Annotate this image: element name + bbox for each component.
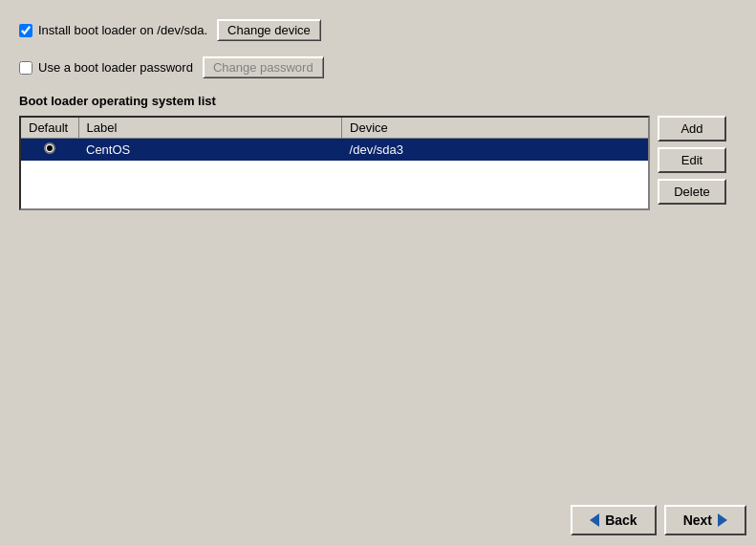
next-button[interactable]: Next (664, 505, 746, 535)
next-button-label: Next (683, 512, 712, 528)
table-row[interactable]: CentOS /dev/sda3 (21, 139, 648, 162)
table-wrapper: Default Label Device CentOS /dev/sda3 (19, 116, 737, 210)
change-password-button[interactable]: Change password (203, 56, 324, 78)
use-password-label: Use a boot loader password (38, 60, 193, 75)
col-header-default: Default (21, 118, 78, 139)
default-radio-indicator (44, 142, 55, 154)
back-button-label: Back (605, 512, 637, 528)
use-password-checkbox-label[interactable]: Use a boot loader password (19, 60, 193, 75)
col-header-label: Label (78, 118, 342, 139)
table-cell-default (21, 139, 78, 162)
install-bootloader-label: Install boot loader on /dev/sda. (38, 23, 207, 37)
back-button[interactable]: Back (571, 505, 656, 535)
table-cell-label: CentOS (78, 139, 342, 162)
add-button[interactable]: Add (658, 116, 726, 142)
table-action-buttons: Add Edit Delete (658, 116, 726, 205)
edit-button[interactable]: Edit (658, 147, 726, 173)
back-arrow-icon (590, 513, 599, 527)
bottom-navigation: Back Next (0, 495, 756, 545)
section-title: Boot loader operating system list (19, 94, 737, 108)
install-bootloader-checkbox[interactable] (19, 24, 32, 37)
col-header-device: Device (342, 118, 648, 139)
install-bootloader-checkbox-label[interactable]: Install boot loader on /dev/sda. (19, 23, 207, 37)
os-table: Default Label Device CentOS /dev/sda3 (19, 116, 650, 210)
use-password-checkbox[interactable] (19, 61, 32, 75)
change-device-button[interactable]: Change device (217, 19, 321, 41)
next-arrow-icon (718, 513, 727, 527)
delete-button[interactable]: Delete (658, 179, 726, 205)
table-header-row: Default Label Device (21, 118, 648, 139)
table-empty-row (21, 161, 648, 208)
table-cell-device: /dev/sda3 (342, 139, 648, 162)
